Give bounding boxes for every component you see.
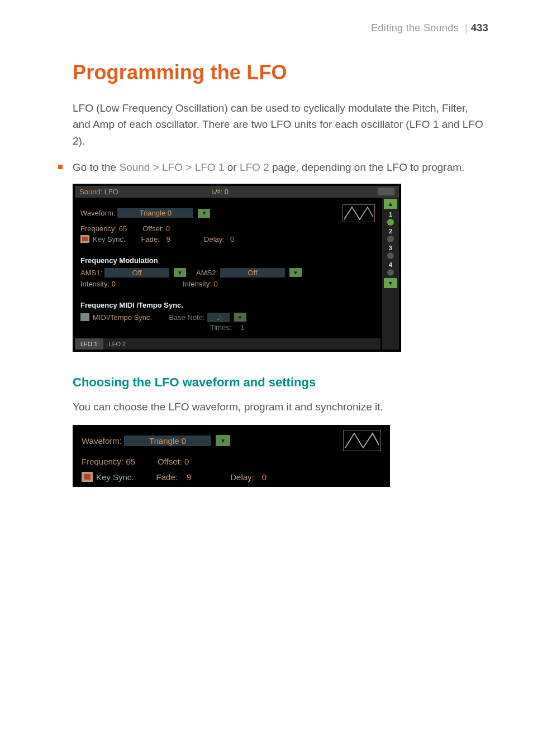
ams1-label: AMS1: [80, 269, 102, 277]
ams2-value[interactable]: Off [220, 268, 285, 277]
s2-delay-value[interactable]: 0 [262, 472, 266, 482]
header-page-number: 433 [471, 22, 488, 34]
intensity1-label: Intensity: [80, 280, 110, 288]
intro-paragraph: LFO (Low Frequency Oscillation) can be u… [73, 100, 488, 149]
ams1-value[interactable]: Off [104, 268, 169, 277]
s2-waveform-label: Waveform: [82, 436, 122, 446]
frequency-value[interactable]: 65 [119, 224, 127, 233]
oscillator-sidebar: ▲ 1 2 3 4 ▼ [380, 198, 399, 350]
nav-pre: Go to the [73, 161, 119, 173]
ams1-dropdown-icon[interactable] [174, 268, 186, 277]
osc-slot-3[interactable]: 3 [384, 245, 397, 259]
osc-slot-1[interactable]: 1 [384, 211, 397, 226]
s2-keysync-label: Key Sync. [96, 472, 134, 482]
nav-path-2: LFO 2 [240, 161, 269, 173]
header-section: Editing the Sounds [371, 22, 459, 34]
page-header: Editing the Sounds |433 [73, 22, 488, 34]
keysync-checkbox[interactable] [80, 235, 89, 243]
nav-bullet: Go to the Sound > LFO > LFO 1 or LFO 2 p… [73, 159, 488, 175]
tab-lfo2[interactable]: LFO 2 [103, 338, 132, 350]
intensity2-label: Intensity: [183, 280, 212, 288]
lfo-editor-screenshot: Sound: LFO ♭/♯: 0 Waveform: Triangle 0 [73, 184, 401, 352]
subsection-heading: Choosing the LFO waveform and settings [73, 375, 488, 390]
s2-frequency-label: Frequency: [82, 457, 123, 466]
bullet-icon [58, 165, 63, 169]
osc-scroll-down-icon[interactable]: ▼ [384, 278, 397, 288]
waveform-preview-icon [342, 204, 375, 222]
nav-post: page, depending on the LFO to program. [269, 161, 465, 173]
times-value[interactable]: 1 [241, 323, 245, 332]
offset-value[interactable]: 0 [166, 224, 170, 233]
s2-delay-label: Delay: [230, 472, 254, 482]
ams2-dropdown-icon[interactable] [289, 268, 302, 277]
editor-titlebar: Sound: LFO ♭/♯: 0 [75, 186, 399, 198]
intensity1-value[interactable]: 0 [112, 280, 116, 288]
page-title: Programming the LFO [73, 61, 488, 84]
fade-label: Fade: [141, 235, 160, 243]
keysync-label: Key Sync. [93, 235, 126, 243]
s2-waveform-dropdown-icon[interactable] [216, 435, 230, 446]
osc-led-1 [387, 219, 394, 226]
nav-mid: or [224, 161, 239, 173]
base-note-dropdown-icon[interactable] [234, 313, 246, 322]
s2-fade-label: Fade: [156, 472, 178, 482]
delay-value[interactable]: 0 [230, 235, 234, 243]
s2-offset-label: Offset: [158, 457, 182, 466]
lfo-tabs: LFO 1 LFO 2 [75, 338, 380, 350]
titlebar-center: ♭/♯: 0 [212, 188, 378, 196]
titlebar-left: Sound: LFO [79, 188, 212, 196]
s2-frequency-value[interactable]: 65 [126, 457, 135, 466]
s2-waveform-preview-icon [343, 430, 381, 451]
header-divider: | [465, 22, 468, 34]
tempo-sync-label: MIDI/Tempo Sync. [93, 313, 152, 322]
nav-path-1: Sound > LFO > LFO 1 [119, 161, 224, 173]
fade-value[interactable]: 9 [166, 235, 170, 243]
tempo-title: Frequency MIDI /Tempo Sync. [75, 299, 380, 309]
osc-led-3 [387, 252, 394, 259]
intensity2-value[interactable]: 0 [214, 280, 218, 288]
base-note-label: Base Note: [169, 313, 204, 322]
delay-label: Delay: [204, 235, 225, 243]
osc-led-4 [387, 269, 394, 276]
titlebar-menu-icon[interactable] [378, 188, 394, 195]
s2-offset-value[interactable]: 0 [184, 457, 189, 466]
s2-waveform-value[interactable]: Triangle 0 [124, 436, 211, 446]
osc-scroll-up-icon[interactable]: ▲ [384, 199, 397, 209]
osc-slot-4[interactable]: 4 [384, 261, 397, 276]
waveform-panel: Waveform: Triangle 0 Frequency: 65 Offse… [75, 198, 380, 250]
base-note-value[interactable]: ♩ [207, 313, 230, 322]
osc-slot-2[interactable]: 2 [384, 228, 397, 242]
s2-fade-value[interactable]: 9 [187, 472, 191, 482]
s2-keysync-checkbox[interactable] [82, 472, 93, 482]
tab-lfo1[interactable]: LFO 1 [75, 338, 103, 350]
freqmod-title: Frequency Modulation [75, 254, 380, 265]
waveform-dropdown-icon[interactable] [198, 209, 210, 218]
offset-label: Offset: [142, 224, 164, 233]
subsection-text: You can choose the LFO waveform, program… [73, 399, 488, 415]
ams2-label: AMS2: [196, 269, 218, 277]
nav-instruction: Go to the Sound > LFO > LFO 1 or LFO 2 p… [73, 159, 464, 175]
waveform-panel-screenshot: Waveform: Triangle 0 Frequency: 65 Offse… [73, 425, 390, 487]
osc-led-2 [387, 236, 394, 242]
waveform-value[interactable]: Triangle 0 [117, 208, 193, 218]
waveform-label: Waveform: [80, 209, 115, 217]
tempo-sync-checkbox[interactable] [80, 313, 89, 321]
frequency-label: Frequency: [80, 224, 117, 233]
times-label: Times: [210, 323, 232, 332]
